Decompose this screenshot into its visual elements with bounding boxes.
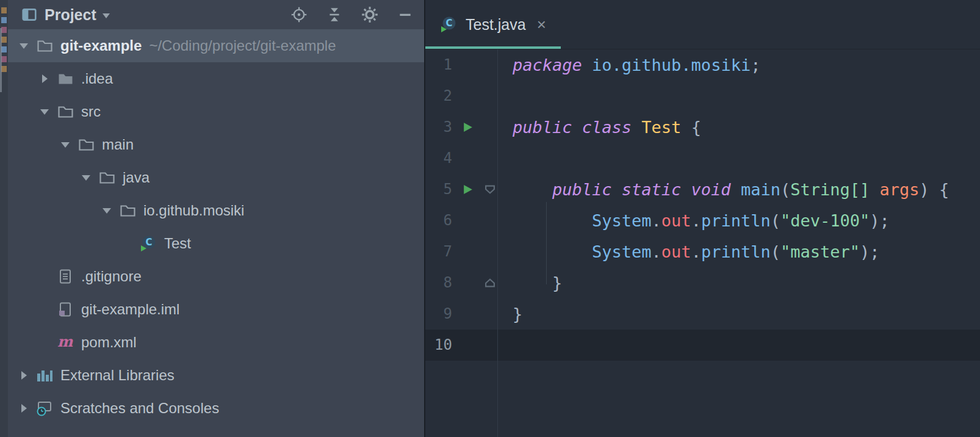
fold-up-icon[interactable] [478,267,502,298]
tool-window-bar-marker [0,28,2,92]
indent-guide [546,202,547,284]
tree-item-label: main [102,136,134,153]
code-line-3[interactable]: 3public class Test { [425,112,980,143]
maven-icon: m [56,334,75,351]
code-line-9[interactable]: 9} [425,298,980,330]
tree-item-external-libraries[interactable]: External Libraries [8,359,424,392]
fold-gutter [478,112,502,143]
fold-gutter [478,298,502,330]
tool-window-bar-glyphs [1,7,7,74]
tree-item-label: git-example [60,37,142,54]
chevron-down-icon[interactable] [103,208,111,214]
tree-item-test[interactable]: CTest [8,227,424,260]
tree-item-idea[interactable]: .idea [8,62,424,95]
tree-item-io-github-mosiki[interactable]: io.github.mosiki [8,194,424,227]
fold-gutter [478,236,502,267]
run-icon[interactable] [457,112,478,143]
fold-gutter [478,81,502,112]
folder-icon [118,203,137,218]
code-line-6[interactable]: 6 System.out.println("dev-100"); [425,205,980,236]
code-text: System.out.println("dev-100"); [502,205,890,236]
file-mod-icon [56,302,75,317]
line-number: 6 [425,205,457,236]
code-line-5[interactable]: 5 public static void main(String[] args)… [425,174,980,205]
tree-item-git-example-iml[interactable]: git-example.iml [8,293,424,326]
run-gutter [457,81,478,112]
line-number: 5 [425,174,457,205]
run-gutter [457,267,478,298]
tree-item-label: Scratches and Consoles [60,400,219,417]
tree-item-label: java [123,169,150,186]
code-text: package io.github.mosiki; [502,49,760,81]
fold-down-icon[interactable] [478,174,502,205]
tree-item-scratches-and-consoles[interactable]: Scratches and Consoles [8,392,424,425]
close-icon[interactable]: × [537,16,546,32]
line-number: 9 [425,298,457,330]
hide-icon[interactable] [395,4,416,25]
tab-label: Test.java [466,16,526,34]
tab-test-java[interactable]: C Test.java × [425,0,561,49]
run-gutter [457,236,478,267]
code-text: System.out.println("master"); [502,236,880,267]
code-line-7[interactable]: 7 System.out.println("master"); [425,236,980,267]
project-panel: Project git-example~/Coding/project/git-… [8,0,424,437]
chevron-right-icon[interactable] [42,74,48,83]
tree-item-label: External Libraries [60,367,175,384]
folder-icon [56,104,75,119]
chevron-right-icon[interactable] [21,371,27,380]
settings-icon[interactable] [359,4,380,25]
project-tool-window-icon [21,7,37,23]
line-number: 3 [425,112,457,143]
run-gutter [457,205,478,236]
chevron-down-icon[interactable] [20,43,28,49]
fold-gutter [478,330,502,361]
tree-item-main[interactable]: main [8,128,424,161]
editor-code[interactable]: 1package io.github.mosiki;23public class… [425,49,980,437]
folder-icon [76,137,96,152]
tree-item-label: io.github.mosiki [143,202,244,219]
svg-text:C: C [445,18,452,29]
code-line-4[interactable]: 4 [425,143,980,174]
chevron-right-icon[interactable] [21,404,27,413]
folder-icon [35,38,54,53]
editor-area: C Test.java × 1package io.github.mosiki;… [424,0,980,437]
code-text: public static void main(String[] args) { [502,174,949,205]
tree-item-java[interactable]: java [8,161,424,194]
project-panel-toolbar [289,4,424,25]
code-text [502,143,513,174]
java-class-icon: C [440,16,457,33]
svg-text:m: m [57,334,73,350]
folder-solid-icon [56,71,75,86]
chevron-down-icon[interactable] [61,142,70,148]
code-text [502,81,513,112]
line-number: 10 [425,330,457,361]
locate-icon[interactable] [289,4,309,25]
tree-item-label: pom.xml [81,334,137,351]
code-line-8[interactable]: 8 } [425,267,980,298]
chevron-down-icon[interactable] [40,109,49,115]
tree-item-label: git-example.iml [81,301,179,318]
tree-item-gitignore[interactable]: .gitignore [8,260,424,293]
tool-window-bar[interactable] [0,0,8,437]
project-panel-title[interactable]: Project [45,6,96,24]
collapse-all-icon[interactable] [324,4,345,25]
code-line-1[interactable]: 1package io.github.mosiki; [425,49,980,81]
chevron-down-icon[interactable] [103,13,110,18]
tree-item-src[interactable]: src [8,95,424,128]
line-number: 2 [425,81,457,112]
project-panel-header: Project [8,0,424,29]
tree-item-label: src [81,103,101,120]
chevron-down-icon[interactable] [82,175,90,181]
project-tree: git-example~/Coding/project/git-example.… [8,29,424,437]
tree-item-git-example[interactable]: git-example~/Coding/project/git-example [8,29,424,62]
tree-item-path: ~/Coding/project/git-example [149,37,336,54]
tree-item-pom-xml[interactable]: mpom.xml [8,326,424,359]
line-number: 8 [425,267,457,298]
run-icon[interactable] [457,174,478,205]
fold-gutter [478,143,502,174]
code-text: } [502,267,562,298]
code-line-10[interactable]: 10 [425,330,980,361]
run-gutter [457,143,478,174]
code-line-2[interactable]: 2 [425,81,980,112]
run-gutter [457,49,478,81]
